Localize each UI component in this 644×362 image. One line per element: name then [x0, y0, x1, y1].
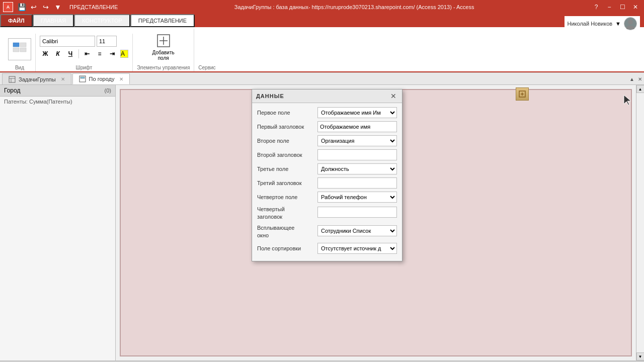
close-window-btn[interactable]: ✕ [630, 3, 641, 12]
ribbon-group-controls: Добавить поля Элементы управления [133, 29, 194, 71]
action-button[interactable] [516, 87, 529, 101]
service-group-label: Сервис [198, 65, 215, 71]
panel-header: Город (0) [0, 85, 115, 97]
svg-rect-13 [80, 77, 85, 78]
input-first-title[interactable] [317, 121, 397, 132]
font-name-input[interactable] [40, 36, 95, 47]
user-dropdown-icon[interactable]: ▼ [615, 21, 621, 27]
tab-po-gorodu-close[interactable]: ✕ [119, 76, 123, 82]
action-btn-icon [518, 90, 526, 98]
svg-point-7 [628, 20, 633, 25]
help-btn[interactable]: ? [591, 3, 602, 12]
svg-rect-2 [13, 48, 19, 52]
select-first-field[interactable]: Отображаемое имя Им [317, 107, 397, 118]
tab-zadachi-close[interactable]: ✕ [61, 76, 65, 82]
ribbon-group-view: Вид [4, 34, 36, 71]
controls-group-items: Добавить поля [149, 29, 178, 63]
tab-zadachi[interactable]: ЗадачиГруппы ✕ [2, 73, 71, 84]
font-color-btn[interactable]: A [120, 50, 128, 58]
align-left-btn[interactable]: ⇤ [82, 48, 93, 59]
align-center-btn[interactable]: ≡ [94, 48, 105, 59]
tab-bar-right: ▲ ✕ [628, 73, 644, 84]
add-field-label: Добавить поля [152, 50, 175, 61]
title-bar: A 💾 ↩ ↪ ▼ ПРЕДСТАВЛЕНИЕ ЗадачиГруппы : б… [0, 0, 644, 14]
dialog-close-btn[interactable]: ✕ [389, 92, 398, 101]
label-fourth-field: Четвертое поле [257, 194, 317, 200]
label-first-field: Первое поле [257, 110, 317, 116]
title-bar-left: A 💾 ↩ ↪ ▼ ПРЕДСТАВЛЕНИЕ [3, 2, 118, 12]
underline-btn[interactable]: Ч [65, 48, 76, 59]
tab-home[interactable]: ГЛАВНАЯ [33, 14, 74, 27]
redo-btn[interactable]: ↪ [40, 2, 51, 12]
more-btn[interactable]: ▼ [52, 2, 63, 12]
scroll-down-btn[interactable]: ▼ [636, 352, 645, 360]
font-style-row: Ж К Ч ⇤ ≡ ⇥ A [40, 48, 128, 59]
add-field-svg [155, 33, 172, 49]
input-second-title[interactable] [317, 149, 397, 160]
separator [78, 49, 79, 58]
select-third-field[interactable]: Должность [317, 163, 397, 174]
ribbon: ФАЙЛ ГЛАВНАЯ КОНСТРУКТОР ПРЕДСТАВЛЕНИЕ [0, 14, 644, 73]
field-row-6: Третий заголовок [257, 177, 397, 189]
field-row-5: Третье поле Должность [257, 163, 397, 174]
form-icon [79, 75, 86, 82]
field-row-10: Поле сортировки Отсутствует источник д [257, 243, 397, 254]
field-row-3: Второе поле Организация [257, 135, 397, 146]
window-title: ЗадачиГруппы : база данных- https://ruru… [118, 4, 591, 10]
maximize-btn[interactable]: ☐ [617, 3, 628, 12]
panel-count: (0) [105, 87, 111, 94]
tab-constructor[interactable]: КОНСТРУКТОР [74, 14, 130, 27]
select-popup[interactable]: Сотрудники Список [317, 225, 397, 236]
quick-access-toolbar: 💾 ↩ ↪ ▼ [16, 2, 63, 12]
collapse-ribbon-btn[interactable]: ▲ [628, 73, 636, 84]
label-third-title: Третий заголовок [257, 180, 317, 186]
tab-file[interactable]: ФАЙЛ [0, 14, 33, 27]
input-fourth-title[interactable] [317, 207, 397, 218]
scroll-up-btn[interactable]: ▲ [636, 85, 645, 93]
field-row-8: Четвертыйзаголовок [257, 206, 397, 221]
tab-view[interactable]: ПРЕДСТАВЛЕНИЕ [130, 14, 195, 27]
font-group-label: Шрифт [76, 65, 93, 71]
ribbon-tabs: ФАЙЛ ГЛАВНАЯ КОНСТРУКТОР ПРЕДСТАВЛЕНИЕ [0, 14, 644, 27]
font-size-input[interactable] [97, 36, 117, 47]
label-second-field: Второе поле [257, 138, 317, 144]
tab-po-gorodu-label: По городу [89, 76, 115, 82]
view-group-label: Вид [15, 65, 24, 71]
ribbon-group-font: Ж К Ч ⇤ ≡ ⇥ A Шрифт [36, 34, 133, 71]
app-icon: A [3, 2, 13, 12]
dialog-body: Первое поле Отображаемое имя Им Первый з… [252, 103, 402, 261]
label-third-field: Третье поле [257, 166, 317, 172]
input-third-title[interactable] [317, 177, 397, 189]
label-fourth-title: Четвертыйзаголовок [257, 206, 317, 221]
font-group-items: Ж К Ч ⇤ ≡ ⇥ A [40, 34, 128, 63]
tab-po-gorodu[interactable]: По городу ✕ [72, 73, 130, 84]
left-panel: Город (0) Патенты: Сумма(Патенты) [0, 85, 116, 360]
add-field-btn[interactable]: Добавить поля [149, 31, 178, 63]
panel-title: Город [4, 87, 20, 94]
align-right-btn[interactable]: ⇥ [107, 48, 118, 59]
main-area: Город (0) Патенты: Сумма(Патенты) ▲ ▼ ДА… [0, 85, 644, 360]
svg-rect-3 [20, 48, 26, 52]
field-row-7: Четвертое поле Рабочий телефон [257, 192, 397, 203]
user-area: Николай Новиков ▼ [565, 16, 640, 31]
view-button[interactable] [8, 38, 31, 60]
panel-item[interactable]: Патенты: Сумма(Патенты) [0, 97, 115, 107]
dialog-header: ДАННЫЕ ✕ [252, 89, 402, 103]
close-pane-btn[interactable]: ✕ [636, 73, 644, 84]
save-quick-btn[interactable]: 💾 [16, 2, 27, 12]
bold-btn[interactable]: Ж [40, 48, 51, 59]
ribbon-group-service: Сервис [194, 34, 219, 71]
svg-rect-1 [20, 43, 26, 47]
italic-btn[interactable]: К [52, 48, 63, 59]
label-second-title: Второй заголовок [257, 152, 317, 158]
field-row-4: Второй заголовок [257, 149, 397, 160]
user-name: Николай Новиков [568, 21, 613, 27]
select-fourth-field[interactable]: Рабочий телефон [317, 192, 397, 203]
select-second-field[interactable]: Организация [317, 135, 397, 146]
font-name-row [40, 36, 117, 47]
label-sort-field: Поле сортировки [257, 245, 317, 251]
ribbon-content: Вид Ж К Ч ⇤ ≡ ⇥ A Шрифт [0, 27, 644, 72]
select-sort-field[interactable]: Отсутствует источник д [317, 243, 397, 254]
undo-btn[interactable]: ↩ [28, 2, 39, 12]
minimize-btn[interactable]: − [604, 3, 615, 12]
